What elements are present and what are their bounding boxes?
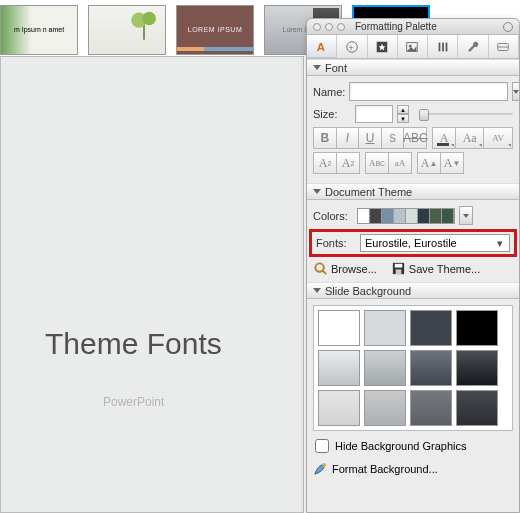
slide-canvas: Theme Fonts PowerPoint — [0, 56, 304, 513]
theme-fonts-label: Fonts: — [316, 237, 356, 249]
bg-swatch[interactable] — [318, 350, 360, 386]
theme-thumb[interactable] — [88, 5, 166, 55]
tab-add[interactable]: + — [337, 35, 367, 58]
grow-font-button[interactable]: A▲ — [417, 152, 441, 174]
underline-button[interactable]: U — [358, 127, 382, 149]
color-swatch[interactable] — [382, 209, 394, 223]
tab-picture[interactable] — [398, 35, 428, 58]
svg-rect-19 — [396, 269, 402, 274]
theme-colors-dropdown[interactable] — [459, 206, 473, 225]
section-theme-head[interactable]: Document Theme — [307, 183, 519, 200]
format-background-button[interactable]: Format Background... — [313, 461, 513, 476]
section-theme-body: Colors: Fonts: Eurostile, Eurostile ▾ Br… — [307, 200, 519, 282]
change-case-button[interactable]: Aa — [455, 127, 485, 149]
zoom-icon[interactable] — [337, 23, 345, 31]
section-bg-body: Hide Background Graphics Format Backgrou… — [307, 299, 519, 482]
smallcaps-button[interactable]: ABC — [365, 152, 389, 174]
format-bg-label: Format Background... — [332, 463, 438, 475]
bg-swatch[interactable] — [364, 350, 406, 386]
disclosure-triangle-icon — [313, 65, 321, 70]
svg-rect-18 — [395, 264, 403, 268]
bg-swatch[interactable] — [364, 310, 406, 346]
font-size-slider[interactable] — [419, 109, 513, 119]
palette-tabs: A + — [307, 35, 519, 59]
font-name-label: Name: — [313, 86, 345, 98]
theme-fonts-value: Eurostile, Eurostile — [365, 237, 457, 249]
color-swatch[interactable] — [418, 209, 430, 223]
subscript-button[interactable]: A2 — [336, 152, 360, 174]
tab-extra[interactable] — [489, 35, 519, 58]
font-size-stepper[interactable]: ▲▼ — [397, 105, 409, 123]
section-theme-label: Document Theme — [325, 186, 412, 198]
svg-text:A: A — [316, 41, 324, 53]
theme-fonts-dropdown[interactable]: Eurostile, Eurostile ▾ — [360, 234, 510, 252]
thumb-label: m Ipsum n amet — [14, 26, 64, 34]
bg-swatch[interactable] — [318, 390, 360, 426]
theme-fonts-highlight: Fonts: Eurostile, Eurostile ▾ — [309, 229, 517, 257]
hide-bg-checkbox[interactable]: Hide Background Graphics — [315, 439, 511, 453]
slide-title: Theme Fonts — [45, 327, 303, 361]
theme-thumb[interactable]: m Ipsum n amet — [0, 5, 78, 55]
save-icon — [391, 261, 406, 276]
shadow-button[interactable]: S — [381, 127, 405, 149]
font-name-input[interactable] — [349, 82, 508, 101]
font-name-dropdown[interactable] — [512, 82, 520, 101]
bg-swatch[interactable] — [410, 390, 452, 426]
bg-swatch[interactable] — [318, 310, 360, 346]
tab-tools[interactable] — [458, 35, 488, 58]
color-swatch[interactable] — [370, 209, 382, 223]
color-swatch[interactable] — [442, 209, 454, 223]
svg-rect-12 — [445, 42, 447, 51]
shrink-font-button[interactable]: A▼ — [440, 152, 464, 174]
color-swatch[interactable] — [430, 209, 442, 223]
font-size-label: Size: — [313, 108, 351, 120]
hide-bg-input[interactable] — [315, 439, 329, 453]
superscript-button[interactable]: A2 — [313, 152, 337, 174]
theme-colors-swatches[interactable] — [357, 208, 455, 224]
allcaps-button[interactable]: aA — [388, 152, 412, 174]
bg-swatch[interactable] — [410, 350, 452, 386]
svg-rect-10 — [438, 42, 440, 51]
bg-swatch[interactable] — [456, 390, 498, 426]
minimize-icon[interactable] — [325, 23, 333, 31]
svg-line-16 — [322, 270, 326, 274]
browse-icon — [313, 261, 328, 276]
char-spacing-button[interactable]: AV — [483, 127, 513, 149]
color-swatch[interactable] — [358, 209, 370, 223]
section-font-head[interactable]: Font — [307, 59, 519, 76]
format-bg-icon — [313, 461, 328, 476]
browse-label: Browse... — [331, 263, 377, 275]
section-font-body: Name: Size: ▲▼ B I U S ABC A Aa AV A2 A2… — [307, 76, 519, 183]
save-theme-label: Save Theme... — [409, 263, 480, 275]
svg-rect-11 — [442, 42, 444, 51]
bold-button[interactable]: B — [313, 127, 337, 149]
background-swatch-grid — [313, 305, 513, 431]
section-bg-head[interactable]: Slide Background — [307, 282, 519, 299]
strike-button[interactable]: ABC — [403, 127, 427, 149]
font-size-input[interactable] — [355, 105, 393, 123]
color-swatch[interactable] — [394, 209, 406, 223]
palette-title: Formatting Palette — [355, 21, 499, 32]
section-font-label: Font — [325, 62, 347, 74]
color-swatch[interactable] — [406, 209, 418, 223]
palette-titlebar[interactable]: Formatting Palette — [307, 19, 519, 35]
svg-point-2 — [142, 12, 156, 26]
tab-star[interactable] — [368, 35, 398, 58]
tab-columns[interactable] — [428, 35, 458, 58]
italic-button[interactable]: I — [336, 127, 360, 149]
svg-point-20 — [322, 463, 326, 467]
font-color-button[interactable]: A — [432, 127, 456, 149]
close-icon[interactable] — [313, 23, 321, 31]
bg-swatch[interactable] — [456, 350, 498, 386]
bg-swatch[interactable] — [456, 310, 498, 346]
bg-swatch[interactable] — [364, 390, 406, 426]
collapse-icon[interactable] — [503, 22, 513, 32]
tab-font[interactable]: A — [307, 35, 337, 58]
theme-thumb[interactable]: LOREM IPSUM — [176, 5, 254, 55]
save-theme-button[interactable]: Save Theme... — [391, 261, 480, 276]
svg-point-9 — [409, 44, 412, 47]
bg-swatch[interactable] — [410, 310, 452, 346]
slide-subtitle: PowerPoint — [103, 395, 303, 409]
theme-colors-label: Colors: — [313, 210, 353, 222]
browse-theme-button[interactable]: Browse... — [313, 261, 377, 276]
